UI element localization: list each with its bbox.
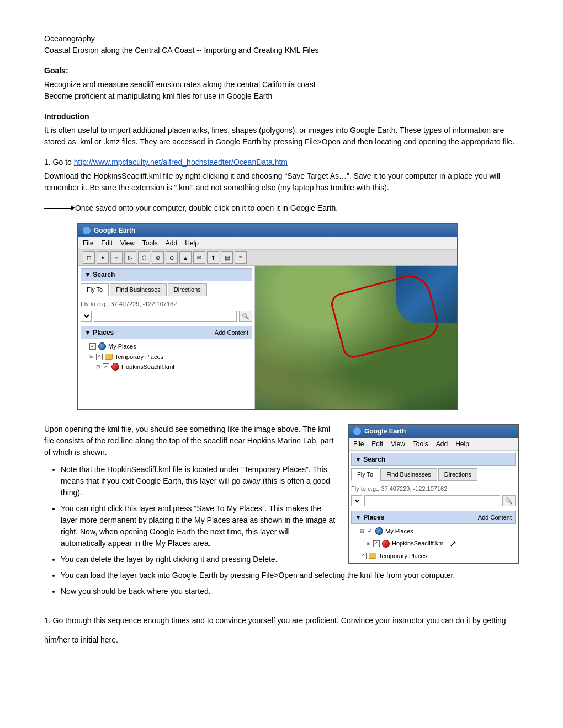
menu-add[interactable]: Add xyxy=(166,238,177,248)
search-section-header: ▼ Search xyxy=(81,268,252,281)
sm-temp-icon xyxy=(369,553,376,559)
step1-url[interactable]: http://www.mpcfaculty.net/alfred_hochsta… xyxy=(74,158,288,167)
sm-kml-expand[interactable]: ⊞ xyxy=(367,540,371,548)
arrow-annotation: ↗ xyxy=(449,537,456,550)
ge-small-menubar[interactable]: File Edit View Tools Add Help xyxy=(349,438,518,451)
toolbar-btn-5[interactable]: ⬡ xyxy=(138,251,150,264)
step1-url-line: 1. Go to http://www.mpcfaculty.net/alfre… xyxy=(44,157,519,168)
step1-body: Download the HopkinsSeacliff.kml file by… xyxy=(44,170,519,194)
sm-menu-edit[interactable]: Edit xyxy=(371,439,383,449)
temp-places-checkbox[interactable]: ✓ xyxy=(96,354,103,360)
sm-search-row: ▼ 🔍 xyxy=(351,495,516,506)
search-dropdown[interactable]: ▼ xyxy=(81,311,92,322)
toolbar-btn-2[interactable]: ✦ xyxy=(97,251,109,264)
ge-small-title: Google Earth xyxy=(364,426,406,436)
ge-large-sidebar: ▼ Search Fly To Find Businesses Directio… xyxy=(78,266,255,409)
intro-section: Introduction It is often useful to impor… xyxy=(44,111,519,148)
bullet-4: You can load the layer back into Google … xyxy=(61,570,519,581)
menu-edit[interactable]: Edit xyxy=(101,238,113,248)
sm-add-content-btn[interactable]: Add Content xyxy=(478,513,512,522)
sm-menu-tools[interactable]: Tools xyxy=(413,439,428,449)
ge-large-toolbar: ◻ ✦ ○ ▷ ⬡ ⊕ ⊙ ▲ ✉ ⬆ ▤ ≡ xyxy=(78,250,457,266)
course-subtitle: Coastal Erosion along the Central CA Coa… xyxy=(44,45,519,56)
sm-menu-view[interactable]: View xyxy=(391,439,405,449)
ge-large-menubar[interactable]: File Edit View Tools Add Help xyxy=(78,237,457,250)
toolbar-btn-3[interactable]: ○ xyxy=(110,251,123,264)
sm-search-button[interactable]: 🔍 xyxy=(502,495,516,506)
course-header: Oceanography Coastal Erosion along the C… xyxy=(44,33,519,56)
ge-small-app-icon xyxy=(353,427,361,435)
ge-app-icon xyxy=(83,227,91,234)
sm-places-kml: ⊞ ✓ HopkinsSeacliff.kml ↗ xyxy=(351,537,516,551)
sm-kml-checkbox[interactable]: ✓ xyxy=(373,540,380,547)
sm-kml-icon xyxy=(382,540,390,548)
ge-large-map xyxy=(255,266,457,409)
tab-directions[interactable]: Directions xyxy=(168,283,207,296)
sm-tab-find-businesses[interactable]: Find Businesses xyxy=(380,468,437,481)
sm-places-my-places: ⊟ ✓ My Places xyxy=(351,526,516,537)
toolbar-btn-1[interactable]: ◻ xyxy=(83,251,95,264)
search-hint: Fly to e.g., 37.407229, -122.107162 xyxy=(81,299,252,309)
sm-my-places-expand[interactable]: ⊟ xyxy=(360,528,364,536)
ge-large-body: ▼ Search Fly To Find Businesses Directio… xyxy=(78,266,457,409)
sm-menu-file[interactable]: File xyxy=(353,439,364,449)
kml-expand-icon[interactable]: ⊞ xyxy=(96,363,100,371)
sm-places-section: ▼ Places Add Content ⊟ ✓ My Places ⊞ ✓ H… xyxy=(351,511,516,561)
google-earth-large: Google Earth File Edit View Tools Add He… xyxy=(77,223,458,410)
sm-menu-add[interactable]: Add xyxy=(436,439,448,449)
sm-menu-help[interactable]: Help xyxy=(455,439,469,449)
sm-temp-checkbox[interactable]: ✓ xyxy=(360,553,367,559)
sm-search-input[interactable] xyxy=(364,495,500,506)
menu-tools[interactable]: Tools xyxy=(142,238,158,248)
toolbar-btn-7[interactable]: ⊙ xyxy=(166,251,178,264)
sm-tab-fly-to[interactable]: Fly To xyxy=(351,468,379,481)
bullet-5: Now you should be back where you started… xyxy=(61,586,519,597)
temp-expand-icon[interactable]: ⊟ xyxy=(89,353,94,361)
places-kml-file: ⊞ ✓ HopkinsSeacliff.kml xyxy=(81,362,252,372)
initial-box[interactable] xyxy=(126,627,247,654)
temp-places-folder-icon xyxy=(105,354,113,360)
sm-search-tabs[interactable]: Fly To Find Businesses Directions xyxy=(351,468,516,481)
toolbar-btn-12[interactable]: ≡ xyxy=(235,251,247,264)
search-button[interactable]: 🔍 xyxy=(239,311,252,322)
goals-heading: Goals: xyxy=(44,65,519,77)
sm-my-places-checkbox[interactable]: ✓ xyxy=(367,528,373,534)
kml-file-checkbox[interactable]: ✓ xyxy=(103,363,109,370)
toolbar-btn-4[interactable]: ▷ xyxy=(124,251,136,264)
sm-search-header: ▼ Search xyxy=(351,453,516,466)
goals-item-2: Become proficient at manipulating kml fi… xyxy=(44,90,519,102)
search-input[interactable] xyxy=(94,311,237,322)
map-red-line xyxy=(329,271,442,360)
menu-view[interactable]: View xyxy=(120,238,135,248)
sm-search-dropdown[interactable]: ▼ xyxy=(351,495,362,506)
tab-find-businesses[interactable]: Find Businesses xyxy=(110,283,167,296)
step1-section: 1. Go to http://www.mpcfaculty.net/alfre… xyxy=(44,157,519,194)
toolbar-btn-9[interactable]: ✉ xyxy=(193,251,205,264)
toolbar-btn-11[interactable]: ▤ xyxy=(221,251,233,264)
step2-section: 1. Go through this sequence enough times… xyxy=(44,615,519,654)
goals-item-1: Recognize and measure seacliff erosion r… xyxy=(44,79,519,90)
kml-file-icon xyxy=(111,363,119,371)
search-row: ▼ 🔍 xyxy=(81,311,252,322)
open-line-text: Once saved onto your computer, double cl… xyxy=(75,204,338,212)
google-earth-small: Google Earth File Edit View Tools Add He… xyxy=(348,424,519,564)
menu-file[interactable]: File xyxy=(83,238,93,248)
toolbar-btn-8[interactable]: ▲ xyxy=(179,251,192,264)
ge-large-titlebar: Google Earth xyxy=(78,224,457,237)
my-places-checkbox[interactable]: ✓ xyxy=(89,343,96,350)
places-section-header: ▼ Places Add Content xyxy=(81,326,252,339)
toolbar-btn-6[interactable]: ⊕ xyxy=(152,251,164,264)
toolbar-btn-10[interactable]: ⬆ xyxy=(207,251,219,264)
ge-small-sidebar: ▼ Search Fly To Find Businesses Directio… xyxy=(349,451,518,563)
map-aerial-view xyxy=(255,266,457,409)
menu-help[interactable]: Help xyxy=(185,238,199,248)
tab-fly-to[interactable]: Fly To xyxy=(81,283,109,296)
places-temp-places: ⊟ ✓ Temporary Places xyxy=(81,352,252,362)
add-content-btn[interactable]: Add Content xyxy=(215,328,248,338)
ge-search-tabs[interactable]: Fly To Find Businesses Directions xyxy=(81,283,252,296)
ge-large-title: Google Earth xyxy=(94,226,135,235)
open-instruction: Once saved onto your computer, double cl… xyxy=(44,202,519,214)
sm-tab-directions[interactable]: Directions xyxy=(438,468,477,481)
ge-small-titlebar: Google Earth xyxy=(349,425,518,438)
sm-my-places-icon xyxy=(375,527,383,535)
